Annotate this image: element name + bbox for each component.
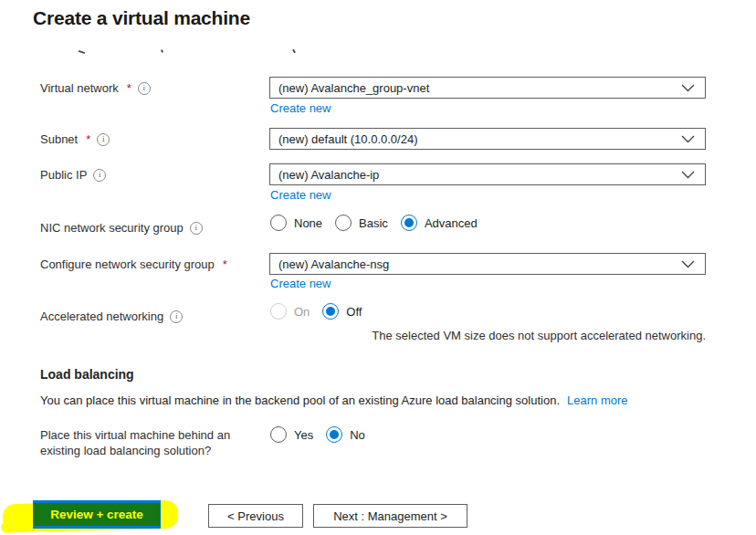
public-ip-create-new-link[interactable]: Create new <box>270 188 331 202</box>
virtual-network-dropdown[interactable]: (new) Avalanche_group-vnet <box>269 77 706 99</box>
radio-label: No <box>350 428 365 442</box>
nic-nsg-radio-group: None Basic Advanced <box>270 215 478 231</box>
configure-nsg-label: Configure network security group* <box>40 257 227 271</box>
radio-label: Off <box>346 305 362 319</box>
radio-label: None <box>294 216 322 230</box>
radio-label: On <box>294 305 310 319</box>
create-vm-page: Create a virtual machine Virtual network… <box>0 0 756 535</box>
load-balancing-question: Place this virtual machine behind an exi… <box>40 427 270 458</box>
accelerated-networking-radio-group: On Off <box>270 303 362 320</box>
learn-more-link[interactable]: Learn more <box>567 393 627 407</box>
subnet-label: Subnet* i <box>40 132 110 146</box>
radio-circle-disabled <box>270 303 287 320</box>
accelerated-networking-label: Accelerated networking i <box>40 309 183 323</box>
configure-nsg-create-new-link[interactable]: Create new <box>270 277 331 290</box>
info-icon[interactable]: i <box>170 310 183 323</box>
radio-circle <box>270 215 287 231</box>
required-asterisk: * <box>86 132 90 146</box>
required-asterisk: * <box>127 81 131 95</box>
cropped-text-remnant <box>292 49 296 53</box>
chevron-down-icon <box>681 260 695 268</box>
configure-nsg-label-text: Configure network security group <box>40 257 215 271</box>
nic-nsg-radio-basic[interactable]: Basic <box>335 215 388 231</box>
configure-nsg-dropdown[interactable]: (new) Avalanche-nsg <box>269 253 706 275</box>
load-balancing-radio-no[interactable]: No <box>326 426 365 443</box>
load-balancing-heading: Load balancing <box>40 367 134 382</box>
load-balancing-description: You can place this virtual machine in th… <box>40 393 628 407</box>
radio-circle-selected <box>326 426 342 443</box>
chevron-down-icon <box>681 171 695 179</box>
public-ip-label-text: Public IP <box>40 168 87 182</box>
chevron-down-icon <box>681 84 695 92</box>
radio-label: Advanced <box>425 216 478 230</box>
nic-nsg-radio-none[interactable]: None <box>270 215 322 231</box>
radio-circle <box>270 426 287 443</box>
cropped-text-remnant <box>161 49 163 53</box>
cropped-text-remnant <box>79 50 85 54</box>
subnet-dropdown[interactable]: (new) default (10.0.0.0/24) <box>269 128 706 150</box>
radio-label: Basic <box>359 216 388 230</box>
virtual-network-value: (new) Avalanche_group-vnet <box>278 81 429 95</box>
public-ip-value: (new) Avalanche-ip <box>278 168 379 182</box>
accelerated-networking-label-text: Accelerated networking <box>40 309 163 323</box>
previous-button[interactable]: < Previous <box>208 504 303 528</box>
subnet-value: (new) default (10.0.0.0/24) <box>278 132 417 146</box>
nic-nsg-radio-advanced[interactable]: Advanced <box>401 215 478 231</box>
accelerated-networking-radio-off[interactable]: Off <box>322 303 362 320</box>
configure-nsg-value: (new) Avalanche-nsg <box>278 257 389 271</box>
info-icon[interactable]: i <box>138 82 151 95</box>
chevron-down-icon <box>681 135 695 143</box>
radio-circle <box>335 215 352 231</box>
accelerated-networking-note: The selected VM size does not support ac… <box>269 329 706 342</box>
required-asterisk: * <box>223 257 227 271</box>
review-create-button[interactable]: Review + create <box>34 503 160 526</box>
virtual-network-create-new-link[interactable]: Create new <box>270 101 331 115</box>
load-balancing-radio-yes[interactable]: Yes <box>270 426 313 443</box>
info-icon[interactable]: i <box>190 222 203 235</box>
virtual-network-label: Virtual network* i <box>40 81 151 95</box>
next-management-button[interactable]: Next : Management > <box>313 504 467 528</box>
radio-circle-selected <box>322 303 339 320</box>
radio-label: Yes <box>294 428 313 442</box>
accelerated-networking-radio-on: On <box>270 303 310 320</box>
virtual-network-label-text: Virtual network <box>40 81 119 95</box>
load-balancing-description-text: You can place this virtual machine in th… <box>40 393 560 407</box>
subnet-label-text: Subnet <box>40 132 78 146</box>
public-ip-label: Public IP i <box>40 168 106 182</box>
radio-circle-selected <box>401 215 417 231</box>
nic-nsg-label: NIC network security group i <box>40 221 203 235</box>
public-ip-dropdown[interactable]: (new) Avalanche-ip <box>269 163 706 185</box>
nic-nsg-label-text: NIC network security group <box>40 221 184 235</box>
info-icon[interactable]: i <box>97 133 110 146</box>
page-title: Create a virtual machine <box>33 7 250 29</box>
load-balancing-radio-group: Yes No <box>270 426 365 443</box>
info-icon[interactable]: i <box>93 169 106 182</box>
